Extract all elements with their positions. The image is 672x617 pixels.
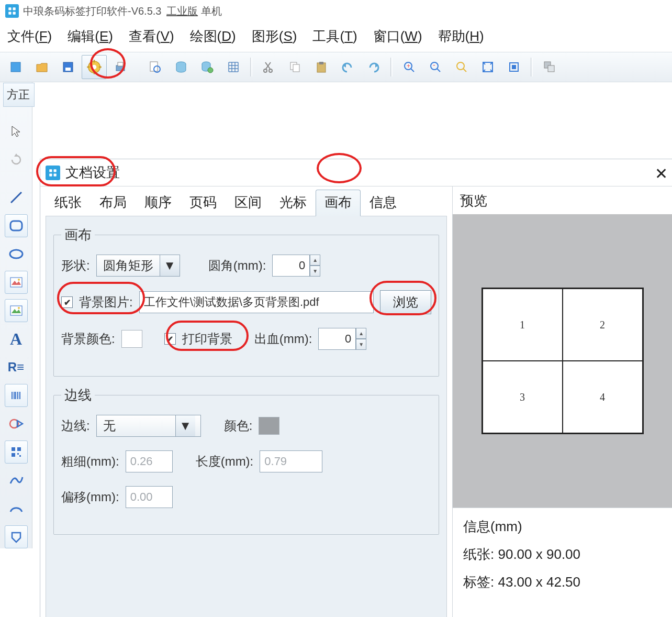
svg-rect-46 — [548, 65, 554, 72]
rotate-tool[interactable] — [5, 148, 28, 171]
cut-button[interactable] — [256, 55, 282, 79]
side-toolbar: A R≡ — [0, 82, 32, 548]
zoom-in-button[interactable]: + — [397, 55, 422, 79]
tab-range[interactable]: 区间 — [226, 190, 271, 216]
border-color-label: 颜色: — [224, 417, 253, 434]
tab-page[interactable]: 页码 — [181, 190, 226, 216]
chevron-down-icon: ▼ — [175, 415, 195, 436]
preview-cell: 3 — [483, 361, 563, 433]
offset-input[interactable] — [126, 486, 173, 508]
bleed-input[interactable]: ▲▼ — [318, 328, 366, 350]
bgimg-label: 背景图片: — [79, 294, 133, 311]
menu-file[interactable]: 文件(F) — [7, 27, 52, 46]
printbg-checkbox[interactable]: ✔ — [164, 333, 176, 345]
title-bar: 中琅条码标签打印软件-V6.5.3 工业版 单机 — [0, 0, 672, 22]
svg-rect-67 — [49, 173, 52, 176]
grid-button[interactable] — [221, 55, 246, 79]
svg-rect-3 — [13, 12, 16, 15]
svg-rect-64 — [19, 455, 21, 457]
curve-tool[interactable] — [5, 469, 28, 492]
thickness-input[interactable] — [126, 450, 173, 472]
svg-rect-1 — [13, 7, 16, 10]
close-icon[interactable]: ✕ — [655, 164, 668, 183]
shape-select[interactable]: 圆角矩形 ▼ — [96, 255, 180, 277]
border-color-swatch[interactable] — [259, 417, 279, 435]
tab-cursor[interactable]: 光标 — [271, 190, 316, 216]
arc-tool[interactable] — [5, 497, 28, 520]
radius-input[interactable]: ▲▼ — [272, 255, 320, 277]
polygon-tool[interactable] — [5, 525, 28, 548]
zoom-button[interactable] — [449, 55, 474, 79]
preview-cell: 2 — [563, 289, 643, 361]
fit-page-button[interactable] — [501, 55, 527, 79]
doc-settings-button[interactable] — [82, 55, 107, 79]
database-config-button[interactable] — [195, 55, 220, 79]
svg-text:-: - — [433, 61, 435, 69]
ellipse-tool[interactable] — [5, 243, 28, 266]
border-fieldset: 边线 边线: 无 ▼ 颜色: 粗细(mm): — [53, 386, 439, 535]
menu-edit[interactable]: 编辑(E) — [68, 27, 113, 46]
save-button[interactable] — [55, 55, 81, 79]
svg-rect-44 — [512, 65, 516, 69]
image-tool[interactable] — [5, 299, 28, 322]
svg-point-40 — [457, 62, 464, 70]
layers-button[interactable] — [537, 55, 562, 79]
print-button[interactable] — [108, 55, 133, 79]
bleed-label: 出血(mm): — [254, 330, 312, 347]
font-dropdown[interactable]: 方正 — [3, 83, 35, 107]
line-tool[interactable] — [5, 186, 28, 209]
menu-draw[interactable]: 绘图(D) — [190, 27, 236, 46]
barcode-tool[interactable] — [5, 384, 28, 407]
svg-rect-60 — [12, 447, 15, 451]
qrcode-tool[interactable] — [5, 440, 28, 464]
info-label: 标签: 43.00 x 42.50 — [463, 573, 662, 591]
database-button[interactable] — [169, 55, 194, 79]
svg-rect-31 — [293, 64, 299, 72]
radius-label: 圆角(mm): — [208, 257, 266, 274]
dialog-title-bar: 文档设置 ✕ — [40, 159, 672, 186]
svg-rect-33 — [319, 62, 323, 64]
tab-info[interactable]: 信息 — [361, 190, 406, 216]
undo-button[interactable] — [335, 55, 360, 79]
svg-line-35 — [411, 69, 414, 72]
zoom-out-button[interactable]: - — [423, 55, 448, 79]
tab-layout[interactable]: 布局 — [91, 190, 136, 216]
menu-help[interactable]: 帮助(H) — [438, 27, 484, 46]
menu-window[interactable]: 窗口(W) — [373, 27, 422, 46]
tab-canvas[interactable]: 画布 — [316, 190, 361, 216]
redo-button[interactable] — [361, 55, 386, 79]
menu-tool[interactable]: 工具(T) — [312, 27, 357, 46]
bgimg-checkbox[interactable]: ✔ — [61, 296, 73, 308]
shape-tool[interactable] — [5, 412, 28, 435]
richtext-tool[interactable]: R≡ — [5, 356, 28, 379]
svg-rect-48 — [10, 221, 22, 230]
svg-point-29 — [269, 69, 272, 72]
pointer-tool[interactable] — [5, 120, 28, 143]
preview-cell: 1 — [483, 289, 563, 361]
length-input[interactable] — [260, 450, 322, 472]
bgimg-path-input[interactable] — [139, 291, 374, 313]
paste-button[interactable] — [309, 55, 334, 79]
bgcolor-swatch[interactable] — [121, 330, 142, 348]
border-style-select[interactable]: 无 ▼ — [96, 415, 201, 437]
menu-bar: 文件(F) 编辑(E) 查看(V) 绘图(D) 图形(S) 工具(T) 窗口(W… — [0, 22, 672, 52]
border-style-label: 边线: — [61, 417, 90, 434]
copy-button[interactable] — [283, 55, 308, 79]
menu-view[interactable]: 查看(V) — [129, 27, 174, 46]
svg-rect-66 — [54, 169, 57, 172]
browse-button[interactable]: 浏览 — [380, 290, 431, 314]
text-tool[interactable]: A — [5, 327, 28, 350]
new-doc-button[interactable] — [3, 55, 28, 79]
round-rect-tool[interactable] — [5, 214, 28, 237]
open-button[interactable] — [29, 55, 54, 79]
tab-order[interactable]: 顺序 — [136, 190, 181, 216]
fit-window-button[interactable] — [475, 55, 500, 79]
canvas-fieldset: 画布 形状: 圆角矩形 ▼ 圆角(mm): ▲▼ — [53, 226, 439, 377]
image-placeholder-tool[interactable] — [5, 271, 28, 294]
preview-area: 1 2 3 4 — [453, 214, 672, 508]
svg-text:+: + — [407, 62, 410, 70]
canvas-legend: 画布 — [61, 226, 95, 244]
tab-paper[interactable]: 纸张 — [46, 190, 91, 216]
menu-shape[interactable]: 图形(S) — [252, 27, 297, 46]
print-preview-button[interactable] — [142, 55, 167, 79]
